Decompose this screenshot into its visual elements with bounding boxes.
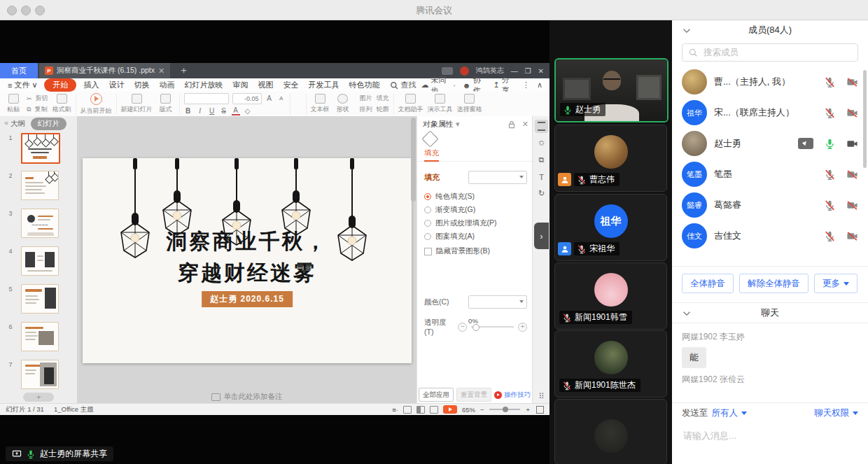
menu-review[interactable]: 审阅 <box>227 79 253 91</box>
message-input[interactable] <box>682 430 861 442</box>
animation-star-icon[interactable]: ✩ <box>535 136 548 150</box>
reset-background-button[interactable]: 重置背景 <box>456 388 491 402</box>
properties-caret-icon[interactable]: ▾ <box>456 120 460 129</box>
doc-assistant-button[interactable]: 文档助手 <box>398 94 424 114</box>
mic-muted-icon[interactable] <box>824 169 836 181</box>
menu-devtools[interactable]: 开发工具 <box>303 79 344 91</box>
member-row-presenter[interactable]: 赵士勇 <box>672 128 868 159</box>
minimize-icon[interactable]: — <box>511 67 518 75</box>
picture-button[interactable]: 图片 <box>356 94 372 103</box>
menu-file[interactable]: ≡ 文件 ∨ <box>3 79 42 91</box>
unmute-all-button[interactable]: 解除全体静音 <box>739 274 808 293</box>
chevron-down-icon[interactable] <box>682 26 692 36</box>
mic-muted-icon[interactable] <box>824 199 836 211</box>
member-search-box[interactable] <box>682 43 858 62</box>
color-dropdown[interactable] <box>468 295 527 309</box>
notes-toggle-icon[interactable]: ≡· <box>392 406 398 414</box>
mic-muted-icon[interactable] <box>824 230 836 242</box>
camera-muted-icon[interactable] <box>846 76 858 88</box>
menu-find[interactable]: 查找 <box>384 79 421 91</box>
cut-button[interactable]: ✂ 剪切 <box>27 94 48 103</box>
canvas-scrollbar[interactable] <box>411 118 416 202</box>
underline-button[interactable]: U <box>208 107 216 115</box>
outline-tab[interactable]: 大纲 <box>10 119 25 129</box>
picture-fill-option[interactable]: 图片或纹理填充(P) <box>424 218 497 228</box>
slide-canvas[interactable]: 洞察商业千秋， 穿越财经迷雾 赵士勇 2020.6.15 单击此处添加备注 <box>77 116 416 404</box>
opacity-minus-button[interactable]: − <box>458 323 467 332</box>
copy-button[interactable]: ⧉ 复制 <box>27 105 48 114</box>
member-row-host[interactable]: 曹...（主持人, 我） <box>672 66 868 97</box>
video-tile-songzuhua[interactable]: 祖华 宋祖华 <box>554 194 667 261</box>
chevron-down-icon[interactable] <box>682 309 692 318</box>
italic-button[interactable]: I <box>196 107 204 115</box>
slideshow-play-button[interactable] <box>443 405 457 414</box>
rotate-strip-icon[interactable]: ↻ <box>535 187 548 200</box>
chat-messages[interactable]: 网媒1902 李玉婷 能 网媒1902 张俭云 可以 <box>672 323 868 383</box>
camera-muted-icon[interactable] <box>846 199 858 211</box>
fullscreen-icon[interactable] <box>536 406 544 414</box>
menu-transition[interactable]: 切换 <box>129 79 154 91</box>
outline-button[interactable]: 轮廓 <box>377 105 389 114</box>
shrink-font-button[interactable]: A <box>277 95 286 101</box>
menu-security[interactable]: 安全 <box>278 79 303 91</box>
bold-button[interactable]: B <box>184 107 192 115</box>
expand-panel-tab[interactable]: › <box>534 223 549 249</box>
menu-animation[interactable]: 动画 <box>154 79 179 91</box>
slide-thumbnail-6[interactable]: 6 <box>0 322 77 357</box>
properties-strip-icon[interactable] <box>535 120 548 133</box>
text-box-button[interactable]: 文本框 <box>311 94 330 114</box>
text-strip-icon[interactable]: T <box>535 170 548 183</box>
select-pane-button[interactable]: 选择窗格 <box>457 94 482 114</box>
text-effects-button[interactable]: ◇ <box>244 107 252 115</box>
video-tile-hanxue[interactable]: 新闻1901韩雪 <box>554 262 667 330</box>
mic-on-icon[interactable] <box>824 138 836 150</box>
reading-view-icon[interactable] <box>430 406 438 414</box>
close-window-icon[interactable]: ✕ <box>538 67 544 75</box>
camera-muted-icon[interactable] <box>846 107 858 119</box>
format-painter-button[interactable]: 格式刷 <box>52 94 71 114</box>
menu-slideshow[interactable]: 幻灯片放映 <box>179 79 227 91</box>
gradient-fill-option[interactable]: 渐变填充(G) <box>424 205 475 215</box>
collapse-panel-icon[interactable]: « <box>4 118 8 127</box>
hide-background-checkbox[interactable]: 隐藏背景图形(B) <box>424 246 490 256</box>
menu-insert[interactable]: 插入 <box>78 79 104 91</box>
menu-start[interactable]: 开始 <box>44 78 76 92</box>
member-row[interactable]: 笔墨 笔墨 <box>672 159 868 190</box>
video-tile-zhaoshiyong[interactable]: 赵士勇 <box>554 58 668 122</box>
chat-input-area[interactable] <box>672 422 868 464</box>
video-tile-caozhiwei[interactable]: 曹志伟 <box>554 125 667 192</box>
arrange-button[interactable]: 排列 <box>356 105 372 114</box>
new-slide-button[interactable]: 新建幻灯片 <box>121 94 153 114</box>
strikethrough-button[interactable]: S <box>220 107 228 115</box>
fill-button[interactable]: 填充 <box>377 94 389 103</box>
video-tile-partial[interactable] <box>554 399 667 464</box>
solid-fill-option[interactable]: 纯色填充(S) <box>424 192 475 202</box>
member-row-cohost[interactable]: 祖华 宋...（联席主持人） <box>672 97 868 128</box>
close-tab-icon[interactable]: ✕ <box>158 66 164 76</box>
wps-home-tab[interactable]: 首页 <box>0 63 38 78</box>
slide-thumbnail-7[interactable]: 7 <box>0 360 77 395</box>
menu-features[interactable]: 特色功能 <box>344 79 384 91</box>
sorter-view-icon[interactable] <box>416 406 425 414</box>
more-button[interactable]: 更多 <box>814 274 858 293</box>
shapes-strip-icon[interactable]: ⧉ <box>535 153 548 167</box>
font-name-box[interactable] <box>184 93 229 104</box>
collapse-ribbon-icon[interactable]: ∧ <box>537 80 542 90</box>
mic-muted-icon[interactable] <box>824 76 836 88</box>
opacity-plus-button[interactable]: ＋ <box>518 323 527 332</box>
grow-font-button[interactable]: A <box>265 94 274 102</box>
slide-thumbnail-5[interactable]: 5 <box>0 284 77 319</box>
menu-view[interactable]: 视图 <box>253 79 278 91</box>
screen-share-banner[interactable]: 赵士勇的屏幕共享 <box>6 447 113 461</box>
slide-thumbnail-1[interactable]: 1 <box>0 133 77 168</box>
member-list-scrollbar[interactable] <box>863 70 867 168</box>
layout-button[interactable]: 版式 <box>157 94 175 114</box>
maximize-icon[interactable]: ❐ <box>525 67 531 75</box>
grid-strip-icon[interactable]: ⠿ <box>533 392 550 401</box>
fill-preset-dropdown[interactable] <box>468 171 527 184</box>
font-color-button[interactable]: A <box>232 106 240 115</box>
member-row[interactable]: 佳文 吉佳文 <box>672 220 868 251</box>
play-from-current-button[interactable]: 从当前开始 <box>80 93 112 115</box>
opacity-slider[interactable]: 0% <box>471 326 514 328</box>
camera-on-icon[interactable] <box>846 138 858 150</box>
